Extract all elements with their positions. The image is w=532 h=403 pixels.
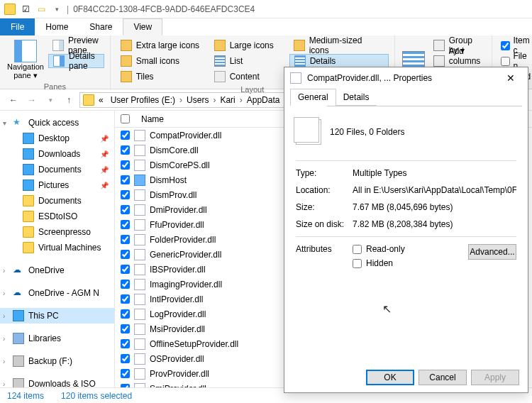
folder-icon xyxy=(23,242,34,253)
file-checkbox[interactable] xyxy=(121,324,130,333)
advanced-button[interactable]: Advanced... xyxy=(468,244,516,260)
up-button[interactable]: ↑ xyxy=(61,92,77,108)
nav-dl-iso[interactable]: ›Downloads & ISO xyxy=(0,376,114,387)
qat-dropdown-icon[interactable]: ▾ xyxy=(51,4,62,15)
apply-button[interactable]: Apply xyxy=(471,370,519,385)
dialog-tab-general[interactable]: General xyxy=(290,89,336,106)
crumb-2[interactable]: Kari xyxy=(217,95,238,105)
layout-large-icons[interactable]: Large icons xyxy=(210,38,288,53)
column-name[interactable]: Name xyxy=(135,114,170,124)
crumb-1[interactable]: Users xyxy=(184,95,211,105)
file-name: ImagingProvider.dll xyxy=(150,280,222,289)
layout-tiles[interactable]: Tiles xyxy=(116,70,209,84)
onedrive-icon: ☁ xyxy=(13,265,24,276)
new-folder-qat-icon[interactable]: ▭ xyxy=(35,4,47,15)
layout-medium-icons[interactable]: Medium-sized icons xyxy=(289,38,389,53)
file-name: ProvProvider.dll xyxy=(150,369,209,379)
preview-pane-button[interactable]: Preview pane xyxy=(48,38,104,53)
nav-downloads[interactable]: Downloads📌 xyxy=(0,146,114,162)
breadcrumb-overflow[interactable]: « xyxy=(96,95,106,105)
pc-icon xyxy=(13,310,24,321)
back-button[interactable]: ← xyxy=(6,92,21,108)
file-checkbox[interactable] xyxy=(121,280,130,289)
nav-this-pc[interactable]: ›This PC xyxy=(0,308,114,324)
file-checkbox[interactable] xyxy=(121,145,130,155)
onedrive-icon: ☁ xyxy=(13,287,24,299)
select-all-checkbox[interactable] xyxy=(121,114,130,123)
crumb-3[interactable]: AppData xyxy=(244,95,283,105)
file-checkbox[interactable] xyxy=(121,235,130,244)
layout-details[interactable]: Details xyxy=(289,54,389,68)
details-pane-button[interactable]: Details pane xyxy=(48,54,104,68)
file-checkbox[interactable] xyxy=(121,294,130,304)
desktop-icon xyxy=(23,133,34,144)
dialog-icon xyxy=(290,72,301,84)
tab-share[interactable]: Share xyxy=(79,18,123,35)
forward-button[interactable]: → xyxy=(24,92,40,108)
file-name: DmiProvider.dll xyxy=(150,205,207,215)
cancel-button[interactable]: Cancel xyxy=(419,370,467,385)
group-panes: Navigation pane ▾ Preview pane Details p… xyxy=(0,35,111,89)
file-checkbox[interactable] xyxy=(121,309,130,319)
file-checkbox[interactable] xyxy=(121,220,130,229)
content-icon xyxy=(214,71,226,82)
file-checkbox[interactable] xyxy=(121,175,130,184)
navigation-tree[interactable]: ▾★Quick access Desktop📌 Downloads📌 Docum… xyxy=(0,111,115,387)
nav-onedrive-agm[interactable]: ›☁OneDrive - AGM N xyxy=(0,285,114,301)
nav-pictures[interactable]: Pictures📌 xyxy=(0,177,114,193)
ok-button[interactable]: OK xyxy=(366,370,414,385)
add-columns-button[interactable]: Add columns ▾ xyxy=(429,54,487,68)
file-name: OSProvider.dll xyxy=(150,354,204,364)
file-checkbox[interactable] xyxy=(121,190,130,199)
dialog-tabs: General Details xyxy=(284,89,528,106)
nav-backup[interactable]: ›Backup (F:) xyxy=(0,353,114,369)
layout-content[interactable]: Content xyxy=(210,70,288,84)
file-ext-toggle[interactable]: File n xyxy=(498,54,532,68)
file-name: DismCorePS.dll xyxy=(150,160,210,170)
tab-file[interactable]: File xyxy=(0,18,35,35)
hidden-checkbox[interactable]: Hidden xyxy=(353,258,468,268)
downloads-icon xyxy=(23,148,34,160)
file-checkbox[interactable] xyxy=(121,250,130,259)
tab-home[interactable]: Home xyxy=(35,18,79,35)
tab-view[interactable]: View xyxy=(123,18,162,35)
crumb-0[interactable]: User Profiles (E:) xyxy=(108,95,178,105)
nav-vm[interactable]: Virtual Machines xyxy=(0,240,114,255)
layout-list[interactable]: List xyxy=(210,54,288,68)
nav-onedrive[interactable]: ›☁OneDrive xyxy=(0,263,114,278)
nav-libraries[interactable]: ›Libraries xyxy=(0,331,114,346)
dll-icon xyxy=(134,204,145,216)
nav-documents2[interactable]: Documents xyxy=(0,193,114,209)
file-checkbox[interactable] xyxy=(121,354,130,363)
navigation-pane-button[interactable]: Navigation pane ▾ xyxy=(6,38,45,81)
file-checkbox[interactable] xyxy=(121,131,130,140)
item-checkboxes-toggle[interactable]: Item c xyxy=(498,38,532,53)
nav-pane-icon xyxy=(14,40,37,62)
file-checkbox[interactable] xyxy=(121,384,130,387)
nav-desktop[interactable]: Desktop📌 xyxy=(0,131,114,146)
nav-quick-access[interactable]: ▾★Quick access xyxy=(0,115,114,131)
dialog-titlebar[interactable]: CompatProvider.dll, ... Properties ✕ xyxy=(284,67,528,89)
dialog-title: CompatProvider.dll, ... Properties xyxy=(307,73,432,83)
file-checkbox[interactable] xyxy=(121,369,130,378)
file-name: CompatProvider.dll xyxy=(150,131,221,140)
recent-locations-button[interactable]: ▾ xyxy=(43,92,58,108)
nav-esdtoiso[interactable]: ESDtoISO xyxy=(0,209,114,224)
add-columns-icon xyxy=(433,55,445,67)
properties-qat-icon[interactable]: ☑ xyxy=(20,4,31,15)
layout-small-icons[interactable]: Small icons xyxy=(116,54,209,68)
file-checkbox[interactable] xyxy=(121,339,130,348)
dialog-tab-details[interactable]: Details xyxy=(336,89,377,106)
type-value: Multiple Types xyxy=(353,168,516,178)
file-checkbox[interactable] xyxy=(121,160,130,170)
file-checkbox[interactable] xyxy=(121,205,130,214)
nav-documents[interactable]: Documents📌 xyxy=(0,162,114,177)
dialog-close-button[interactable]: ✕ xyxy=(499,68,522,88)
readonly-checkbox[interactable]: Read-only xyxy=(353,244,468,254)
nav-screenpresso[interactable]: Screenpresso xyxy=(0,224,114,240)
dll-icon xyxy=(134,338,145,350)
file-checkbox[interactable] xyxy=(121,265,130,274)
group-by-icon xyxy=(433,40,445,51)
layout-xl-icons[interactable]: Extra large icons xyxy=(116,38,209,53)
dll-icon xyxy=(134,130,145,141)
